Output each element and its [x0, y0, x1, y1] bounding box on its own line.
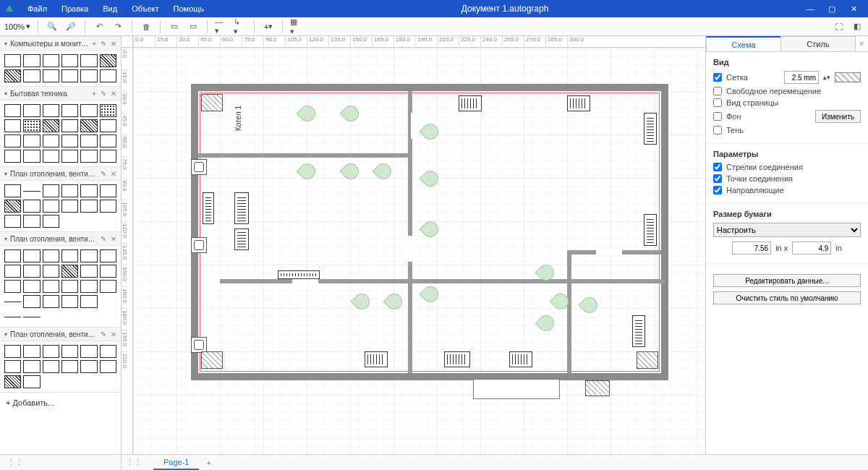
plus-icon[interactable]: +: [92, 40, 96, 48]
checkbox-background[interactable]: [713, 112, 722, 121]
shape-item[interactable]: [43, 134, 59, 148]
shape-item[interactable]: [100, 360, 116, 373]
add-page-icon[interactable]: +: [199, 456, 218, 469]
shape-item[interactable]: [4, 200, 21, 213]
shape-item[interactable]: [80, 150, 97, 163]
shape-item[interactable]: [23, 150, 40, 163]
shape-item[interactable]: [23, 317, 40, 317]
change-bg-button[interactable]: Изменить: [815, 110, 861, 123]
shape-item[interactable]: [80, 295, 97, 308]
shape-group-computers[interactable]: ▾ Компьютеры и мониторы +✎✕: [0, 36, 121, 51]
shape-item[interactable]: [100, 265, 116, 278]
grid-icon[interactable]: ▦ ▾: [290, 20, 303, 33]
shape-item[interactable]: [4, 150, 21, 163]
shape-item[interactable]: [4, 302, 21, 302]
layers-icon[interactable]: ◧: [851, 20, 864, 33]
shape-item[interactable]: [100, 184, 116, 197]
shape-item[interactable]: [100, 119, 116, 132]
pencil-icon[interactable]: ✎: [101, 330, 106, 338]
tab-scheme[interactable]: Схема: [706, 36, 781, 51]
shape-item[interactable]: [43, 119, 59, 132]
shape-item[interactable]: [100, 69, 116, 82]
pencil-icon[interactable]: ✎: [101, 170, 106, 178]
shape-item[interactable]: [80, 200, 97, 213]
paper-preset-select[interactable]: Настроить: [713, 223, 861, 237]
shape-item[interactable]: [43, 280, 59, 293]
shape-item[interactable]: [43, 184, 59, 197]
radiator-shape[interactable]: [632, 315, 645, 347]
shape-item[interactable]: [4, 249, 21, 262]
back-icon[interactable]: ▭: [187, 20, 200, 33]
close-icon[interactable]: ✕: [111, 330, 116, 338]
shape-item[interactable]: [23, 54, 40, 67]
hatch-shape[interactable]: [201, 351, 223, 369]
panel-close-icon[interactable]: ×: [855, 36, 868, 51]
fullscreen-icon[interactable]: ⛶: [832, 20, 845, 33]
shape-item[interactable]: [80, 69, 97, 82]
page-tab[interactable]: Page-1: [153, 456, 199, 470]
shape-item[interactable]: [4, 215, 21, 228]
shape-group-appliances[interactable]: ▾ Бытовая техника +✎✕: [0, 86, 121, 101]
shape-item[interactable]: [100, 200, 116, 213]
radiator-shape[interactable]: [509, 351, 532, 367]
shape-item[interactable]: [23, 265, 40, 278]
front-icon[interactable]: ▭: [168, 20, 181, 33]
page-prev-icon[interactable]: ⋮⋮: [122, 458, 146, 467]
radiator-shape[interactable]: [365, 351, 388, 367]
radiator-shape[interactable]: [444, 351, 470, 367]
vent-shape[interactable]: [191, 237, 207, 253]
shape-item[interactable]: [61, 360, 78, 373]
shape-item[interactable]: [80, 134, 97, 148]
shape-group-hvac-3[interactable]: ▾ План отопления, вентиляции... ✎✕: [0, 327, 121, 341]
add-library-button[interactable]: + Добавить...: [0, 392, 121, 412]
shape-item[interactable]: [4, 104, 21, 117]
shape-item[interactable]: [4, 54, 21, 67]
shape-item[interactable]: [61, 119, 78, 132]
shape-item[interactable]: [4, 280, 21, 293]
shape-item[interactable]: [100, 345, 116, 358]
menu-object[interactable]: Объект: [126, 2, 164, 15]
vent-shape[interactable]: [191, 337, 207, 353]
shape-item[interactable]: [23, 375, 40, 388]
checkbox-shadow[interactable]: [713, 126, 722, 134]
close-icon[interactable]: ✕: [111, 235, 116, 243]
redo-icon[interactable]: ↷: [111, 20, 124, 33]
drawing-canvas[interactable]: Котел 1: [133, 48, 705, 454]
shape-item[interactable]: [80, 345, 97, 358]
shape-item[interactable]: [23, 104, 40, 117]
menu-help[interactable]: Помощь: [168, 2, 210, 15]
shape-item[interactable]: [61, 249, 78, 262]
shape-item[interactable]: [4, 119, 21, 132]
pencil-icon[interactable]: ✎: [101, 235, 106, 243]
hatch-shape[interactable]: [585, 380, 610, 396]
shape-item[interactable]: [23, 134, 40, 148]
menu-view[interactable]: Вид: [97, 2, 123, 15]
shape-item[interactable]: [43, 69, 59, 82]
tab-style[interactable]: Стиль: [780, 36, 856, 51]
checkbox-conn-points[interactable]: [713, 174, 722, 183]
radiator-shape[interactable]: [234, 228, 249, 250]
radiator-shape[interactable]: [459, 95, 482, 111]
zoom-out-icon[interactable]: 🔎: [64, 20, 77, 33]
clear-style-button[interactable]: Очистить стиль по умолчанию: [713, 291, 861, 304]
shape-item[interactable]: [4, 184, 21, 197]
hatch-shape[interactable]: [201, 94, 223, 111]
shape-item[interactable]: [23, 69, 40, 82]
shape-item[interactable]: [100, 134, 116, 148]
shape-item[interactable]: [23, 360, 40, 373]
shape-item[interactable]: [23, 280, 40, 293]
checkbox-free-move[interactable]: [713, 87, 722, 95]
shape-group-hvac-1[interactable]: ▾ План отопления, вентиляции... ✎✕: [0, 166, 121, 181]
pencil-icon[interactable]: ✎: [101, 40, 106, 48]
shape-item[interactable]: [80, 119, 97, 132]
add-shape-icon[interactable]: + ▾: [262, 20, 275, 33]
shape-item[interactable]: [4, 69, 21, 82]
paper-width-input[interactable]: [732, 242, 771, 255]
delete-icon[interactable]: 🗑: [140, 20, 153, 33]
shape-item[interactable]: [61, 69, 78, 82]
shape-item[interactable]: [80, 249, 97, 262]
shape-item[interactable]: [61, 184, 78, 197]
zoom-in-icon[interactable]: 🔍: [46, 20, 59, 33]
shape-item[interactable]: [4, 375, 21, 388]
shape-item[interactable]: [43, 295, 59, 308]
